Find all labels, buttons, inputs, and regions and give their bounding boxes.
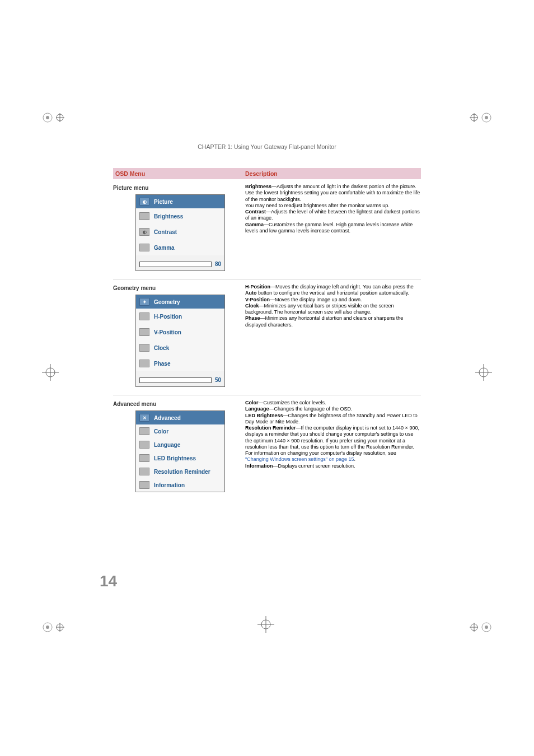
- osd-item-label: Brightness: [154, 213, 183, 220]
- osd-item-brightness: Brightness: [136, 208, 224, 224]
- crop-mark-icon: [42, 106, 64, 129]
- svg-point-28: [485, 626, 488, 629]
- osd-item-label: Information: [154, 482, 185, 488]
- chapter-header: CHAPTER 1: Using Your Gateway Flat-panel…: [0, 143, 534, 150]
- osd-item-language: Language: [136, 438, 224, 451]
- osd-item-information: Information: [136, 478, 224, 492]
- osd-item-clock: Clock: [136, 340, 224, 356]
- osd-item-label: Phase: [154, 361, 170, 367]
- svg-point-9: [485, 116, 488, 119]
- osd-item-phase: Phase: [136, 356, 224, 371]
- led-icon: [139, 454, 149, 462]
- hposition-icon: [139, 312, 149, 320]
- osd-header-label: Picture: [154, 199, 173, 205]
- crop-mark-icon: [257, 616, 274, 633]
- page-number: 14: [100, 572, 117, 590]
- osd-item-label: LED Brightness: [154, 455, 196, 461]
- osd-panel-advanced: ✕ Advanced Color Language LED Brightness…: [135, 410, 225, 492]
- information-icon: [139, 481, 149, 489]
- table-header: OSD Menu Description: [113, 168, 421, 179]
- osd-item-hposition: H-Position: [136, 309, 224, 324]
- geometry-icon: ✦: [139, 298, 149, 306]
- osd-item-label: Language: [154, 442, 180, 448]
- description-text: Brightness—Adjusts the amount of light i…: [243, 184, 421, 271]
- osd-panel-picture: ◐ Picture Brightness ◐Contrast Gamma 80: [135, 194, 225, 271]
- description-text: H-Position—Moves the display image left …: [243, 284, 421, 387]
- osd-item-label: Color: [154, 428, 168, 435]
- osd-header-label: Advanced: [154, 415, 181, 421]
- menu-title: Picture menu: [113, 185, 243, 191]
- phase-icon: [139, 360, 149, 367]
- slider-value: 80: [215, 261, 221, 267]
- resolution-icon: [139, 468, 149, 475]
- osd-item-contrast: ◐Contrast: [136, 224, 224, 240]
- osd-item-label: Clock: [154, 345, 169, 351]
- osd-item-label: Contrast: [154, 229, 177, 235]
- osd-slider: 50: [136, 375, 224, 386]
- osd-header: ✦ Geometry: [136, 295, 224, 309]
- osd-header: ◐ Picture: [136, 195, 224, 208]
- osd-item-resolution-reminder: Resolution Reminder: [136, 465, 224, 478]
- osd-item-label: Resolution Reminder: [154, 469, 210, 475]
- description-text: Color—Customizes the color levels. Langu…: [243, 400, 421, 492]
- svg-point-20: [46, 626, 49, 629]
- contrast-icon: ◐: [139, 228, 149, 236]
- crop-mark-icon: [470, 616, 492, 638]
- header-description: Description: [243, 168, 421, 179]
- gamma-icon: [139, 244, 149, 251]
- osd-item-label: V-Position: [154, 329, 181, 335]
- osd-header-label: Geometry: [154, 299, 180, 305]
- crop-mark-icon: [42, 364, 59, 381]
- osd-item-label: H-Position: [154, 314, 182, 320]
- crop-mark-icon: [470, 106, 492, 129]
- slider-value: 50: [215, 377, 221, 383]
- language-icon: [139, 441, 149, 449]
- osd-item-led-brightness: LED Brightness: [136, 451, 224, 465]
- brightness-icon: [139, 212, 149, 220]
- crop-mark-icon: [475, 364, 492, 381]
- table-row: Advanced menu ✕ Advanced Color Language …: [113, 395, 421, 500]
- menu-title: Advanced menu: [113, 401, 243, 407]
- osd-item-label: Gamma: [154, 245, 175, 251]
- advanced-icon: ✕: [139, 414, 149, 422]
- table-row: Geometry menu ✦ Geometry H-Position V-Po…: [113, 279, 421, 395]
- menu-title: Geometry menu: [113, 285, 243, 291]
- color-icon: [139, 427, 149, 435]
- crop-mark-icon: [42, 616, 64, 638]
- svg-point-1: [46, 116, 49, 119]
- vposition-icon: [139, 328, 149, 336]
- link-changing-settings[interactable]: "Changing Windows screen settings" on pa…: [245, 456, 354, 462]
- header-osd-menu: OSD Menu: [113, 168, 243, 179]
- osd-header: ✕ Advanced: [136, 411, 224, 424]
- picture-icon: ◐: [139, 198, 149, 206]
- osd-item-color: Color: [136, 424, 224, 438]
- clock-icon: [139, 344, 149, 352]
- osd-panel-geometry: ✦ Geometry H-Position V-Position Clock P…: [135, 295, 225, 387]
- table-row: Picture menu ◐ Picture Brightness ◐Contr…: [113, 179, 421, 279]
- osd-item-vposition: V-Position: [136, 324, 224, 340]
- osd-item-gamma: Gamma: [136, 240, 224, 255]
- osd-slider: 80: [136, 259, 224, 270]
